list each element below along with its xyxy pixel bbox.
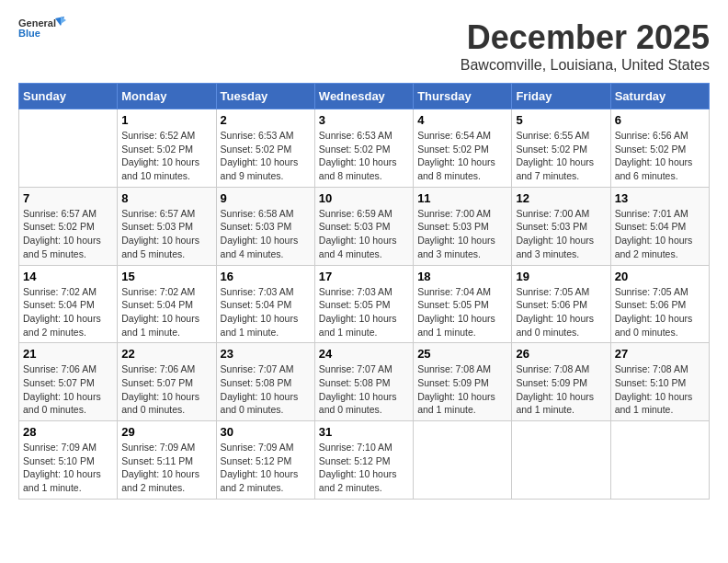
week-row-2: 7Sunrise: 6:57 AMSunset: 5:02 PMDaylight… (19, 187, 710, 265)
header-thursday: Thursday (414, 84, 512, 109)
header-friday: Friday (512, 84, 610, 109)
day-info: Sunrise: 7:08 AMSunset: 5:10 PMDaylight:… (615, 362, 705, 417)
day-info: Sunrise: 7:07 AMSunset: 5:08 PMDaylight:… (221, 362, 311, 417)
day-number: 2 (221, 113, 311, 127)
day-number: 27 (615, 347, 705, 361)
calendar-cell: 5Sunrise: 6:55 AMSunset: 5:02 PMDaylight… (512, 109, 610, 188)
calendar-cell: 14Sunrise: 7:02 AMSunset: 5:04 PMDayligh… (19, 265, 118, 343)
day-number: 11 (417, 191, 507, 205)
day-info: Sunrise: 6:57 AMSunset: 5:02 PMDaylight:… (23, 207, 113, 261)
day-number: 6 (615, 113, 705, 127)
day-info: Sunrise: 7:00 AMSunset: 5:03 PMDaylight:… (417, 207, 507, 261)
day-number: 4 (417, 113, 507, 127)
day-info: Sunrise: 7:02 AMSunset: 5:04 PMDaylight:… (23, 285, 113, 339)
day-info: Sunrise: 7:00 AMSunset: 5:03 PMDaylight:… (516, 207, 606, 261)
day-info: Sunrise: 6:53 AMSunset: 5:02 PMDaylight:… (319, 129, 409, 183)
calendar-cell: 22Sunrise: 7:06 AMSunset: 5:07 PMDayligh… (118, 343, 216, 421)
calendar-cell: 4Sunrise: 6:54 AMSunset: 5:02 PMDaylight… (414, 109, 512, 188)
day-info: Sunrise: 6:52 AMSunset: 5:02 PMDaylight:… (121, 129, 211, 183)
calendar-cell: 26Sunrise: 7:08 AMSunset: 5:09 PMDayligh… (512, 343, 610, 421)
day-number: 23 (221, 347, 311, 361)
day-number: 10 (319, 191, 409, 205)
day-number: 22 (121, 347, 211, 361)
title-section: December 2025 Bawcomville, Louisiana, Un… (461, 18, 710, 74)
page-header: General Blue December 2025 Bawcomville, … (18, 18, 710, 74)
day-number: 30 (221, 425, 311, 439)
day-info: Sunrise: 7:09 AMSunset: 5:11 PMDaylight:… (121, 441, 211, 495)
calendar-cell: 12Sunrise: 7:00 AMSunset: 5:03 PMDayligh… (512, 187, 610, 265)
calendar-cell: 15Sunrise: 7:02 AMSunset: 5:04 PMDayligh… (118, 265, 216, 343)
day-info: Sunrise: 7:02 AMSunset: 5:04 PMDaylight:… (121, 285, 211, 339)
day-number: 21 (23, 347, 113, 361)
day-number: 3 (319, 113, 409, 127)
calendar-cell: 29Sunrise: 7:09 AMSunset: 5:11 PMDayligh… (118, 421, 216, 500)
calendar-body: 1Sunrise: 6:52 AMSunset: 5:02 PMDaylight… (19, 109, 710, 500)
month-title: December 2025 (461, 18, 710, 57)
header-sunday: Sunday (19, 84, 118, 109)
day-number: 17 (319, 270, 409, 283)
calendar-cell: 13Sunrise: 7:01 AMSunset: 5:04 PMDayligh… (610, 187, 709, 265)
day-number: 5 (516, 113, 606, 127)
header-saturday: Saturday (610, 84, 709, 109)
location: Bawcomville, Louisiana, United States (461, 57, 710, 74)
day-info: Sunrise: 6:57 AMSunset: 5:03 PMDaylight:… (121, 207, 211, 261)
day-info: Sunrise: 6:54 AMSunset: 5:02 PMDaylight:… (417, 129, 507, 183)
day-number: 9 (221, 191, 311, 205)
day-number: 15 (121, 270, 211, 283)
day-number: 12 (516, 191, 606, 205)
calendar-cell: 24Sunrise: 7:07 AMSunset: 5:08 PMDayligh… (314, 343, 413, 421)
calendar-cell (512, 421, 610, 500)
week-row-3: 14Sunrise: 7:02 AMSunset: 5:04 PMDayligh… (19, 265, 710, 343)
calendar-cell: 28Sunrise: 7:09 AMSunset: 5:10 PMDayligh… (19, 421, 118, 500)
header-tuesday: Tuesday (216, 84, 314, 109)
day-number: 25 (417, 347, 507, 361)
day-info: Sunrise: 7:09 AMSunset: 5:10 PMDaylight:… (23, 441, 113, 495)
day-info: Sunrise: 7:10 AMSunset: 5:12 PMDaylight:… (319, 441, 409, 495)
day-info: Sunrise: 7:05 AMSunset: 5:06 PMDaylight:… (516, 285, 606, 339)
day-info: Sunrise: 6:53 AMSunset: 5:02 PMDaylight:… (221, 129, 311, 183)
week-row-4: 21Sunrise: 7:06 AMSunset: 5:07 PMDayligh… (19, 343, 710, 421)
day-number: 13 (615, 191, 705, 205)
day-info: Sunrise: 7:08 AMSunset: 5:09 PMDaylight:… (417, 362, 507, 417)
week-row-1: 1Sunrise: 6:52 AMSunset: 5:02 PMDaylight… (19, 109, 710, 188)
day-info: Sunrise: 7:09 AMSunset: 5:12 PMDaylight:… (221, 441, 311, 495)
day-number: 20 (615, 270, 705, 283)
day-number: 29 (121, 425, 211, 439)
header-monday: Monday (118, 84, 216, 109)
calendar-cell: 30Sunrise: 7:09 AMSunset: 5:12 PMDayligh… (216, 421, 314, 500)
day-info: Sunrise: 6:55 AMSunset: 5:02 PMDaylight:… (516, 129, 606, 183)
day-number: 14 (23, 270, 113, 283)
day-number: 18 (417, 270, 507, 283)
calendar-cell: 7Sunrise: 6:57 AMSunset: 5:02 PMDaylight… (19, 187, 118, 265)
week-row-5: 28Sunrise: 7:09 AMSunset: 5:10 PMDayligh… (19, 421, 710, 500)
calendar-cell: 19Sunrise: 7:05 AMSunset: 5:06 PMDayligh… (512, 265, 610, 343)
day-info: Sunrise: 7:03 AMSunset: 5:04 PMDaylight:… (221, 285, 311, 339)
calendar-cell: 17Sunrise: 7:03 AMSunset: 5:05 PMDayligh… (314, 265, 413, 343)
day-info: Sunrise: 7:06 AMSunset: 5:07 PMDaylight:… (121, 362, 211, 417)
day-info: Sunrise: 7:06 AMSunset: 5:07 PMDaylight:… (23, 362, 113, 417)
logo: General Blue (18, 18, 61, 52)
calendar-table: SundayMondayTuesdayWednesdayThursdayFrid… (18, 83, 710, 500)
calendar-cell (610, 421, 709, 500)
day-info: Sunrise: 7:01 AMSunset: 5:04 PMDaylight:… (615, 207, 705, 261)
calendar-cell: 23Sunrise: 7:07 AMSunset: 5:08 PMDayligh… (216, 343, 314, 421)
calendar-cell: 9Sunrise: 6:58 AMSunset: 5:03 PMDaylight… (216, 187, 314, 265)
header-wednesday: Wednesday (314, 84, 413, 109)
day-number: 19 (516, 270, 606, 283)
calendar-cell: 27Sunrise: 7:08 AMSunset: 5:10 PMDayligh… (610, 343, 709, 421)
calendar-cell: 3Sunrise: 6:53 AMSunset: 5:02 PMDaylight… (314, 109, 413, 188)
day-number: 31 (319, 425, 409, 439)
calendar-cell: 2Sunrise: 6:53 AMSunset: 5:02 PMDaylight… (216, 109, 314, 188)
day-number: 28 (23, 425, 113, 439)
day-info: Sunrise: 7:04 AMSunset: 5:05 PMDaylight:… (417, 285, 507, 339)
day-info: Sunrise: 7:05 AMSunset: 5:06 PMDaylight:… (615, 285, 705, 339)
day-number: 24 (319, 347, 409, 361)
day-info: Sunrise: 6:58 AMSunset: 5:03 PMDaylight:… (221, 207, 311, 261)
calendar-cell: 16Sunrise: 7:03 AMSunset: 5:04 PMDayligh… (216, 265, 314, 343)
day-info: Sunrise: 6:59 AMSunset: 5:03 PMDaylight:… (319, 207, 409, 261)
day-info: Sunrise: 7:08 AMSunset: 5:09 PMDaylight:… (516, 362, 606, 417)
calendar-cell: 6Sunrise: 6:56 AMSunset: 5:02 PMDaylight… (610, 109, 709, 188)
day-number: 26 (516, 347, 606, 361)
day-number: 16 (221, 270, 311, 283)
calendar-cell (19, 109, 118, 188)
